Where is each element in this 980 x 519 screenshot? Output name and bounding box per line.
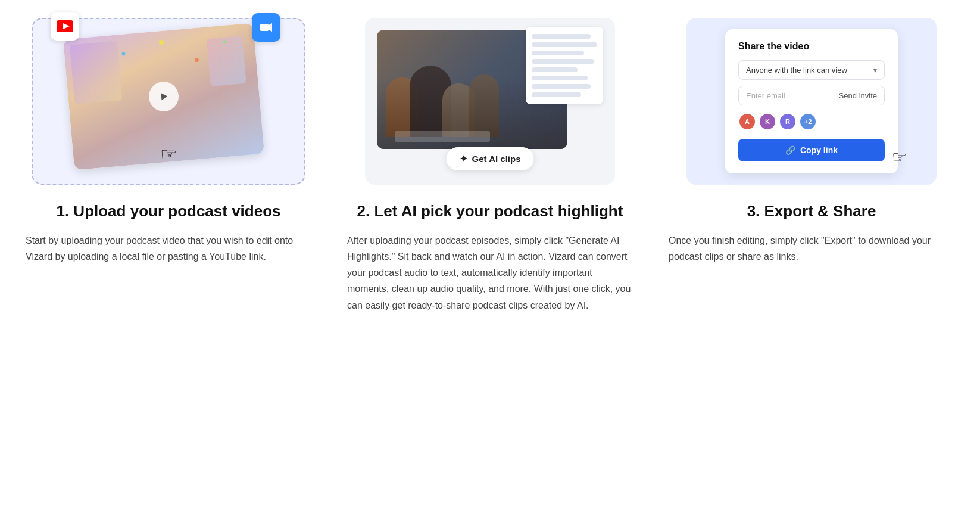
copy-cursor-icon: ☞: [892, 147, 907, 167]
col2-text: 2. Let AI pick your podcast highlight Af…: [347, 201, 633, 313]
ai-clips-button[interactable]: ✦ Get AI clips: [447, 147, 534, 170]
share-illustration: Share the video Anyone with the link can…: [686, 18, 937, 185]
avatar-1: A: [738, 113, 756, 130]
share-dropdown[interactable]: Anyone with the link can view ▾: [738, 60, 885, 80]
col-upload: ☞ 1. Upload your podcast videos Start by…: [26, 18, 311, 313]
ai-clips-label: Get AI clips: [472, 154, 521, 164]
main-container: ☞ 1. Upload your podcast videos Start by…: [26, 18, 954, 313]
share-email-placeholder[interactable]: Enter email: [746, 91, 785, 100]
share-card-title: Share the video: [738, 41, 885, 52]
share-card: Share the video Anyone with the link can…: [725, 29, 898, 173]
copy-link-label: Copy link: [800, 145, 838, 155]
youtube-icon: [51, 12, 79, 41]
svg-rect-3: [260, 24, 269, 31]
doc-lines: [526, 27, 603, 104]
share-email-row: Enter email Send invite: [738, 86, 885, 105]
col-ai: ✦ Get AI clips 2. Let AI pick your podca…: [347, 18, 633, 313]
col2-body: After uploading your podcast episodes, s…: [347, 232, 633, 313]
col-share: Share the video Anyone with the link can…: [669, 18, 954, 313]
col3-body: Once you finish editing, simply click "E…: [669, 232, 954, 265]
col1-text: 1. Upload your podcast videos Start by u…: [26, 201, 311, 265]
avatar-2: K: [759, 113, 776, 130]
upload-illustration: ☞: [32, 18, 305, 185]
avatar-3: R: [779, 113, 797, 130]
ai-star-icon: ✦: [460, 153, 467, 164]
col3-heading: 3. Export & Share: [669, 201, 954, 222]
share-avatars: A K R +2: [738, 113, 885, 130]
zoom-icon: [252, 13, 280, 42]
copy-link-button[interactable]: 🔗 Copy link: [738, 139, 885, 161]
ai-illustration: ✦ Get AI clips: [365, 18, 615, 185]
link-icon: 🔗: [785, 145, 795, 155]
col2-heading: 2. Let AI pick your podcast highlight: [347, 201, 633, 222]
col1-heading: 1. Upload your podcast videos: [26, 201, 311, 222]
col1-body: Start by uploading your podcast video th…: [26, 232, 311, 265]
play-button: [148, 80, 180, 113]
avatar-more: +2: [799, 113, 817, 130]
chevron-down-icon: ▾: [873, 66, 877, 74]
col3-text: 3. Export & Share Once you finish editin…: [669, 201, 954, 265]
share-dropdown-label: Anyone with the link can view: [746, 66, 847, 74]
svg-marker-5: [161, 92, 167, 100]
send-invite-button[interactable]: Send invite: [839, 91, 877, 100]
cursor-icon: ☞: [160, 143, 177, 166]
